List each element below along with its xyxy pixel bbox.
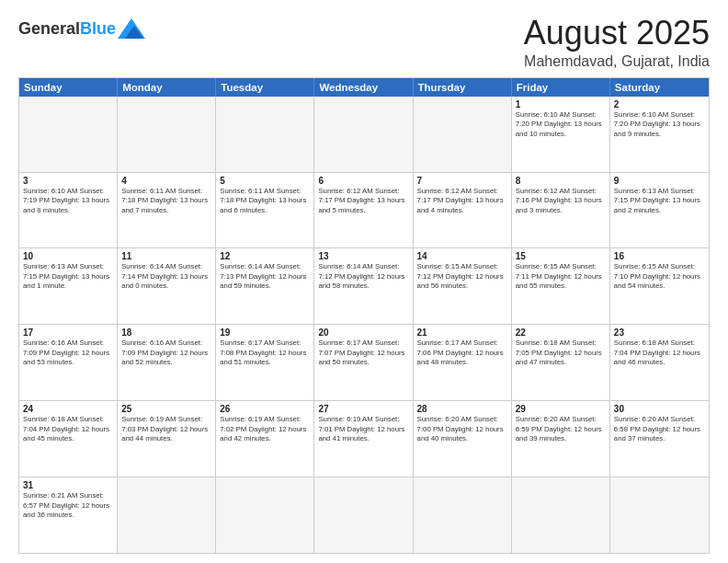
- day-info: Sunrise: 6:17 AM Sunset: 7:06 PM Dayligh…: [417, 339, 507, 368]
- day-number: 21: [417, 327, 507, 338]
- day-info: Sunrise: 6:15 AM Sunset: 7:10 PM Dayligh…: [614, 262, 705, 292]
- day-number: 29: [516, 404, 606, 414]
- day-number: 31: [23, 480, 113, 490]
- day-number: 14: [417, 251, 507, 261]
- day-info: Sunrise: 6:12 AM Sunset: 7:16 PM Dayligh…: [516, 187, 606, 216]
- table-row: [216, 97, 314, 172]
- day-number: 6: [318, 176, 408, 186]
- calendar-header: Sunday Monday Tuesday Wednesday Thursday…: [19, 78, 709, 97]
- day-number: 1: [516, 99, 606, 109]
- table-row: [118, 97, 216, 172]
- table-row: 1Sunrise: 6:10 AM Sunset: 7:20 PM Daylig…: [512, 97, 610, 172]
- header-wednesday: Wednesday: [314, 78, 413, 97]
- table-row: 7Sunrise: 6:12 AM Sunset: 7:17 PM Daylig…: [414, 173, 512, 248]
- header-friday: Friday: [512, 78, 610, 97]
- day-info: Sunrise: 6:14 AM Sunset: 7:13 PM Dayligh…: [220, 262, 310, 292]
- table-row: 29Sunrise: 6:20 AM Sunset: 6:59 PM Dayli…: [512, 401, 610, 477]
- table-row: 23Sunrise: 6:18 AM Sunset: 7:04 PM Dayli…: [610, 325, 709, 400]
- day-number: 15: [516, 251, 606, 261]
- table-row: 20Sunrise: 6:17 AM Sunset: 7:07 PM Dayli…: [314, 325, 413, 400]
- table-row: 21Sunrise: 6:17 AM Sunset: 7:06 PM Dayli…: [414, 325, 512, 400]
- logo: GeneralBlue: [18, 18, 145, 39]
- day-info: Sunrise: 6:16 AM Sunset: 7:09 PM Dayligh…: [121, 339, 211, 368]
- day-number: 11: [121, 251, 211, 261]
- logo-area: GeneralBlue: [18, 15, 145, 39]
- day-info: Sunrise: 6:12 AM Sunset: 7:17 PM Dayligh…: [417, 187, 507, 216]
- page: GeneralBlue August 2025 Mahemdavad, Guja…: [0, 0, 728, 563]
- table-row: [118, 477, 216, 553]
- location-title: Mahemdavad, Gujarat, India: [524, 53, 710, 70]
- day-info: Sunrise: 6:19 AM Sunset: 7:01 PM Dayligh…: [318, 415, 408, 444]
- table-row: [314, 97, 413, 172]
- header: GeneralBlue August 2025 Mahemdavad, Guja…: [18, 15, 710, 70]
- day-info: Sunrise: 6:17 AM Sunset: 7:07 PM Dayligh…: [318, 339, 408, 368]
- table-row: 25Sunrise: 6:19 AM Sunset: 7:03 PM Dayli…: [118, 401, 216, 477]
- table-row: 22Sunrise: 6:18 AM Sunset: 7:05 PM Dayli…: [512, 325, 610, 400]
- table-row: 4Sunrise: 6:11 AM Sunset: 7:18 PM Daylig…: [118, 173, 216, 248]
- day-info: Sunrise: 6:11 AM Sunset: 7:18 PM Dayligh…: [121, 187, 211, 216]
- table-row: 10Sunrise: 6:13 AM Sunset: 7:15 PM Dayli…: [19, 248, 118, 324]
- day-number: 28: [417, 404, 507, 414]
- day-info: Sunrise: 6:12 AM Sunset: 7:17 PM Dayligh…: [318, 187, 408, 216]
- logo-icon: [118, 18, 145, 39]
- table-row: 19Sunrise: 6:17 AM Sunset: 7:08 PM Dayli…: [216, 325, 314, 400]
- day-info: Sunrise: 6:20 AM Sunset: 7:00 PM Dayligh…: [417, 415, 507, 444]
- day-info: Sunrise: 6:19 AM Sunset: 7:02 PM Dayligh…: [220, 415, 310, 444]
- calendar-row: 17Sunrise: 6:16 AM Sunset: 7:09 PM Dayli…: [19, 324, 709, 400]
- table-row: 5Sunrise: 6:11 AM Sunset: 7:18 PM Daylig…: [216, 173, 314, 248]
- day-number: 30: [614, 404, 705, 414]
- table-row: 12Sunrise: 6:14 AM Sunset: 7:13 PM Dayli…: [216, 248, 314, 324]
- table-row: 30Sunrise: 6:20 AM Sunset: 6:58 PM Dayli…: [610, 401, 709, 477]
- day-info: Sunrise: 6:13 AM Sunset: 7:15 PM Dayligh…: [23, 262, 113, 292]
- table-row: 15Sunrise: 6:15 AM Sunset: 7:11 PM Dayli…: [512, 248, 610, 324]
- day-info: Sunrise: 6:18 AM Sunset: 7:04 PM Dayligh…: [614, 339, 705, 368]
- day-number: 22: [516, 327, 606, 338]
- day-number: 9: [614, 176, 705, 186]
- day-number: 18: [121, 327, 211, 338]
- table-row: [512, 477, 610, 553]
- calendar-row: 1Sunrise: 6:10 AM Sunset: 7:20 PM Daylig…: [19, 97, 709, 172]
- day-number: 2: [614, 99, 705, 109]
- day-info: Sunrise: 6:18 AM Sunset: 7:04 PM Dayligh…: [23, 415, 113, 444]
- day-info: Sunrise: 6:17 AM Sunset: 7:08 PM Dayligh…: [220, 339, 310, 368]
- day-number: 5: [220, 176, 310, 186]
- table-row: 18Sunrise: 6:16 AM Sunset: 7:09 PM Dayli…: [118, 325, 216, 400]
- table-row: [414, 477, 512, 553]
- table-row: 14Sunrise: 6:15 AM Sunset: 7:12 PM Dayli…: [414, 248, 512, 324]
- calendar-row: 10Sunrise: 6:13 AM Sunset: 7:15 PM Dayli…: [19, 247, 709, 324]
- day-info: Sunrise: 6:10 AM Sunset: 7:19 PM Dayligh…: [23, 187, 113, 216]
- table-row: 28Sunrise: 6:20 AM Sunset: 7:00 PM Dayli…: [414, 401, 512, 477]
- table-row: 27Sunrise: 6:19 AM Sunset: 7:01 PM Dayli…: [314, 401, 413, 477]
- header-sunday: Sunday: [19, 78, 118, 97]
- logo-general-text: General: [18, 20, 80, 37]
- day-number: 3: [23, 176, 113, 186]
- table-row: 11Sunrise: 6:14 AM Sunset: 7:14 PM Dayli…: [118, 248, 216, 324]
- day-info: Sunrise: 6:13 AM Sunset: 7:15 PM Dayligh…: [614, 187, 705, 216]
- calendar-row: 24Sunrise: 6:18 AM Sunset: 7:04 PM Dayli…: [19, 400, 709, 477]
- calendar-row: 3Sunrise: 6:10 AM Sunset: 7:19 PM Daylig…: [19, 172, 709, 248]
- day-number: 17: [23, 327, 113, 338]
- table-row: [19, 97, 118, 172]
- day-number: 23: [614, 327, 705, 338]
- day-number: 10: [23, 251, 113, 261]
- day-info: Sunrise: 6:19 AM Sunset: 7:03 PM Dayligh…: [121, 415, 211, 444]
- day-number: 13: [318, 251, 408, 261]
- table-row: 6Sunrise: 6:12 AM Sunset: 7:17 PM Daylig…: [314, 173, 413, 248]
- title-area: August 2025 Mahemdavad, Gujarat, India: [524, 15, 710, 70]
- table-row: 9Sunrise: 6:13 AM Sunset: 7:15 PM Daylig…: [610, 173, 709, 248]
- day-info: Sunrise: 6:16 AM Sunset: 7:09 PM Dayligh…: [23, 339, 113, 368]
- day-number: 27: [318, 404, 408, 414]
- day-number: 24: [23, 404, 113, 414]
- day-info: Sunrise: 6:14 AM Sunset: 7:12 PM Dayligh…: [318, 262, 408, 292]
- logo-blue-text: Blue: [80, 20, 116, 37]
- day-number: 12: [220, 251, 310, 261]
- table-row: 17Sunrise: 6:16 AM Sunset: 7:09 PM Dayli…: [19, 325, 118, 400]
- day-number: 19: [220, 327, 310, 338]
- table-row: [610, 477, 709, 553]
- table-row: 26Sunrise: 6:19 AM Sunset: 7:02 PM Dayli…: [216, 401, 314, 477]
- table-row: 13Sunrise: 6:14 AM Sunset: 7:12 PM Dayli…: [314, 248, 413, 324]
- day-number: 4: [121, 176, 211, 186]
- table-row: 24Sunrise: 6:18 AM Sunset: 7:04 PM Dayli…: [19, 401, 118, 477]
- month-title: August 2025: [524, 15, 710, 52]
- calendar-row: 31Sunrise: 6:21 AM Sunset: 6:57 PM Dayli…: [19, 477, 709, 553]
